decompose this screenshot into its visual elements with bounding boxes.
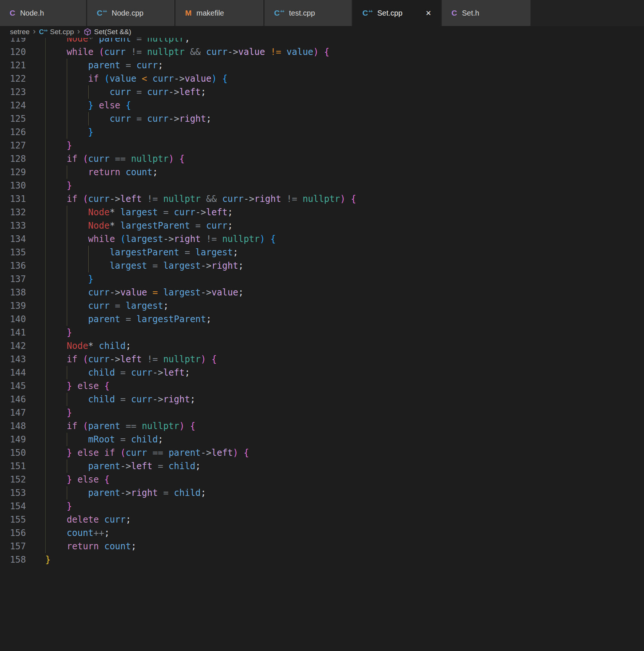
indent-guide bbox=[45, 313, 46, 326]
line-number[interactable]: 154 bbox=[0, 500, 26, 513]
code-line-150[interactable]: 150 } else if (curr == parent->left) { bbox=[0, 446, 644, 459]
indent-guide bbox=[67, 313, 67, 326]
code-line-148[interactable]: 148 if (parent == nullptr) { bbox=[0, 419, 644, 433]
line-number[interactable]: 120 bbox=[0, 45, 26, 59]
line-number[interactable]: 129 bbox=[0, 166, 26, 179]
line-number[interactable]: 151 bbox=[0, 459, 26, 473]
line-number[interactable]: 135 bbox=[0, 246, 26, 259]
line-number[interactable]: 143 bbox=[0, 353, 26, 366]
line-number[interactable]: 133 bbox=[0, 219, 26, 232]
line-number[interactable]: 148 bbox=[0, 419, 26, 433]
code-line-124[interactable]: 124 } else { bbox=[0, 99, 644, 112]
line-number[interactable]: 156 bbox=[0, 526, 26, 540]
code-line-122[interactable]: 122 if (value < curr->value) { bbox=[0, 72, 644, 85]
code-line-123[interactable]: 123 curr = curr->left; bbox=[0, 85, 644, 99]
line-number[interactable]: 134 bbox=[0, 232, 26, 246]
code-line-134[interactable]: 134 while (largest->right != nullptr) { bbox=[0, 232, 644, 246]
code-text: while (largest->right != nullptr) { bbox=[45, 232, 276, 246]
code-line-139[interactable]: 139 curr = largest; bbox=[0, 299, 644, 313]
tab-test-cpp[interactable]: C++test.cpp bbox=[264, 0, 352, 26]
code-line-152[interactable]: 152 } else { bbox=[0, 473, 644, 486]
tab-set-cpp[interactable]: C++Set.cpp✕ bbox=[353, 0, 441, 26]
line-number[interactable]: 138 bbox=[0, 286, 26, 299]
line-number[interactable]: 132 bbox=[0, 206, 26, 219]
code-line-156[interactable]: 156 count++; bbox=[0, 526, 644, 540]
indent-guide bbox=[67, 259, 67, 272]
line-number[interactable]: 142 bbox=[0, 339, 26, 353]
line-number[interactable]: 123 bbox=[0, 85, 26, 99]
line-number[interactable]: 126 bbox=[0, 125, 26, 139]
indent-guide bbox=[67, 246, 67, 259]
tab-set-h[interactable]: CSet.h bbox=[442, 0, 530, 26]
line-number[interactable]: 131 bbox=[0, 192, 26, 206]
line-number[interactable]: 130 bbox=[0, 179, 26, 192]
line-number[interactable]: 121 bbox=[0, 59, 26, 72]
cpp-plus-marks: ++ bbox=[103, 9, 107, 13]
line-number[interactable]: 137 bbox=[0, 272, 26, 286]
line-number[interactable]: 127 bbox=[0, 139, 26, 152]
code-line-126[interactable]: 126 } bbox=[0, 125, 644, 139]
breadcrumb-item-set-cpp[interactable]: C++Set.cpp bbox=[39, 28, 74, 36]
code-area[interactable]: 119 Node* parent = nullptr;120 while (cu… bbox=[0, 32, 644, 566]
line-number[interactable]: 155 bbox=[0, 513, 26, 526]
code-line-136[interactable]: 136 largest = largest->right; bbox=[0, 259, 644, 272]
line-number[interactable]: 158 bbox=[0, 553, 26, 566]
tab-makefile[interactable]: Mmakefile bbox=[175, 0, 263, 26]
line-number[interactable]: 147 bbox=[0, 406, 26, 419]
code-line-120[interactable]: 120 while (curr != nullptr && curr->valu… bbox=[0, 45, 644, 59]
line-number[interactable]: 146 bbox=[0, 393, 26, 406]
line-number[interactable]: 141 bbox=[0, 326, 26, 339]
line-number[interactable]: 153 bbox=[0, 486, 26, 500]
code-line-129[interactable]: 129 return count; bbox=[0, 166, 644, 179]
code-text: Node* largest = curr->left; bbox=[45, 206, 233, 219]
tab-label: Node.h bbox=[20, 9, 44, 17]
code-line-141[interactable]: 141 } bbox=[0, 326, 644, 339]
code-line-125[interactable]: 125 curr = curr->right; bbox=[0, 112, 644, 125]
line-number[interactable]: 122 bbox=[0, 72, 26, 85]
line-number[interactable]: 150 bbox=[0, 446, 26, 459]
line-number[interactable]: 139 bbox=[0, 299, 26, 313]
code-line-143[interactable]: 143 if (curr->left != nullptr) { bbox=[0, 353, 644, 366]
line-number[interactable]: 125 bbox=[0, 112, 26, 125]
line-number[interactable]: 140 bbox=[0, 313, 26, 326]
cpp-plus-marks: ++ bbox=[280, 9, 284, 13]
code-line-149[interactable]: 149 mRoot = child; bbox=[0, 433, 644, 446]
line-number[interactable]: 144 bbox=[0, 366, 26, 379]
breadcrumb-item-setree[interactable]: setree bbox=[10, 28, 30, 36]
code-line-142[interactable]: 142 Node* child; bbox=[0, 339, 644, 353]
line-number[interactable]: 136 bbox=[0, 259, 26, 272]
code-line-135[interactable]: 135 largestParent = largest; bbox=[0, 246, 644, 259]
line-number[interactable]: 157 bbox=[0, 540, 26, 553]
code-line-158[interactable]: 158} bbox=[0, 553, 644, 566]
close-icon[interactable]: ✕ bbox=[424, 9, 433, 18]
code-line-153[interactable]: 153 parent->right = child; bbox=[0, 486, 644, 500]
tab-node-h[interactable]: CNode.h bbox=[0, 0, 86, 26]
code-line-130[interactable]: 130 } bbox=[0, 179, 644, 192]
code-line-144[interactable]: 144 child = curr->left; bbox=[0, 366, 644, 379]
indent-guide bbox=[45, 85, 46, 99]
code-line-127[interactable]: 127 } bbox=[0, 139, 644, 152]
code-line-133[interactable]: 133 Node* largestParent = curr; bbox=[0, 219, 644, 232]
code-line-128[interactable]: 128 if (curr == nullptr) { bbox=[0, 152, 644, 166]
tab-node-cpp[interactable]: C++Node.cpp bbox=[87, 0, 174, 26]
code-line-157[interactable]: 157 return count; bbox=[0, 540, 644, 553]
code-line-131[interactable]: 131 if (curr->left != nullptr && curr->r… bbox=[0, 192, 644, 206]
code-line-145[interactable]: 145 } else { bbox=[0, 379, 644, 393]
code-line-146[interactable]: 146 child = curr->right; bbox=[0, 393, 644, 406]
code-line-132[interactable]: 132 Node* largest = curr->left; bbox=[0, 206, 644, 219]
code-line-155[interactable]: 155 delete curr; bbox=[0, 513, 644, 526]
breadcrumb-item-set-set[interactable]: Set(Set &&) bbox=[83, 28, 131, 36]
code-line-147[interactable]: 147 } bbox=[0, 406, 644, 419]
line-number[interactable]: 124 bbox=[0, 99, 26, 112]
code-line-140[interactable]: 140 parent = largestParent; bbox=[0, 313, 644, 326]
line-number[interactable]: 152 bbox=[0, 473, 26, 486]
code-line-138[interactable]: 138 curr->value = largest->value; bbox=[0, 286, 644, 299]
line-number[interactable]: 149 bbox=[0, 433, 26, 446]
line-number[interactable]: 128 bbox=[0, 152, 26, 166]
code-line-154[interactable]: 154 } bbox=[0, 500, 644, 513]
code-line-121[interactable]: 121 parent = curr; bbox=[0, 59, 644, 72]
code-line-137[interactable]: 137 } bbox=[0, 272, 644, 286]
code-line-151[interactable]: 151 parent->left = child; bbox=[0, 459, 644, 473]
line-number[interactable]: 145 bbox=[0, 379, 26, 393]
indent-guide bbox=[45, 59, 46, 72]
